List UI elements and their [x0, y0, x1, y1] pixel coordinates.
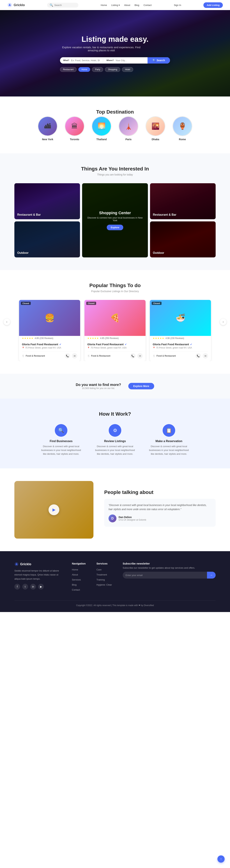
- how-step-3: 📋 Make a Reservation Discover & connect …: [147, 424, 190, 456]
- status-badge-3: Closed: [152, 302, 161, 305]
- destinations-title: Top Destination: [14, 109, 216, 115]
- twitter-icon[interactable]: t: [22, 584, 28, 590]
- step-1-title: Find Businesses: [49, 440, 72, 443]
- testimonial-box: "Discover & connect with great local bus…: [104, 499, 216, 527]
- footer-service-care[interactable]: Care: [97, 568, 102, 571]
- tag-party[interactable]: Party: [92, 67, 103, 72]
- testimonial-content: People talking about "Discover & connect…: [104, 490, 216, 530]
- what-input[interactable]: [71, 59, 100, 62]
- thing-card-outdoor-1[interactable]: Outdoor: [14, 221, 80, 257]
- nav-home[interactable]: Home: [101, 4, 107, 6]
- search-button[interactable]: 🔍 Search: [148, 57, 170, 64]
- footer-logo: Gricklo: [14, 562, 61, 566]
- destination-paris[interactable]: 🗼 Paris: [119, 116, 138, 141]
- pin-icon-2: 📍: [87, 347, 90, 349]
- footer-description: Seddo eiusmod tempor inc didunt ut labor…: [14, 569, 61, 581]
- footer-nav-services[interactable]: Services: [72, 578, 81, 581]
- footer-service-treatment[interactable]: Treatment: [97, 573, 107, 576]
- nav-about[interactable]: About: [124, 4, 130, 6]
- message-button-3[interactable]: ✉: [203, 353, 208, 359]
- logo-icon: [7, 2, 12, 7]
- where-field: Where?: [103, 57, 147, 64]
- navbar-search-box[interactable]: 🔍: [47, 3, 78, 7]
- where-input[interactable]: [116, 59, 144, 62]
- tag-hotel[interactable]: Hotel: [122, 67, 133, 72]
- message-button-1[interactable]: ✉: [72, 353, 77, 359]
- destination-thailand[interactable]: 🌅 Thailand: [92, 116, 111, 141]
- nav-contact[interactable]: Contact: [144, 4, 152, 6]
- listing-info-3: Gloria Fast Food Restaurant ✔ 📍 75 Princ…: [150, 340, 211, 361]
- listing-category-3: 🍴 Food & Restaurant: [153, 354, 176, 357]
- thing-card-restaurant-bar-2[interactable]: Restaurant & Bar: [150, 183, 216, 219]
- footer-services: Services Care Treatment Training Hygiene…: [97, 562, 112, 593]
- interests-subtitle: Things you are looking for today: [14, 173, 216, 176]
- listing-address-2: 📍 75 Prince Street, green road NY, USA: [87, 346, 143, 349]
- destinations-section: Top Destination 🏙 New York 🏛 Toronto 🌅 T…: [0, 96, 230, 153]
- add-listing-button[interactable]: Add Listing: [203, 2, 223, 8]
- navbar: Gricklo 🔍 Home Listing ▾ About Blog Cont…: [0, 0, 230, 10]
- hero-title: Listing made easy.: [60, 35, 170, 43]
- pin-icon-1: 📍: [22, 347, 25, 349]
- destination-dhaka[interactable]: 🌇 Dhaka: [146, 116, 165, 141]
- destination-new-york[interactable]: 🏙 New York: [38, 116, 58, 141]
- listing-card-3[interactable]: Closed 🍜 ★★★★★ 4.96 (230 Reviews) Gloria…: [150, 300, 211, 361]
- thing-label-4: Outdoor: [17, 251, 29, 254]
- how-step-2: ⚙ Review Listings Discover & connect wit…: [93, 424, 137, 456]
- listing-footer-2: 🍴 Food & Restaurant 📞 ✉: [87, 351, 143, 359]
- how-cards: 🔍 Find Businesses Discover & connect wit…: [14, 424, 216, 456]
- footer-nav-about[interactable]: About: [72, 573, 78, 576]
- newsletter-title: Subscribe newsletter: [123, 562, 216, 565]
- logo[interactable]: Gricklo: [7, 2, 25, 7]
- youtube-icon[interactable]: ▶: [38, 584, 44, 590]
- interests-grid: Restaurant & Bar Shopping Center Discove…: [14, 183, 216, 257]
- footer-nav-blog[interactable]: Blog: [72, 583, 77, 586]
- nav-listing[interactable]: Listing ▾: [111, 4, 120, 6]
- footer-top: Gricklo Seddo eiusmod tempor inc didunt …: [14, 562, 216, 593]
- testimonial-video: ▶: [14, 481, 93, 538]
- play-button[interactable]: ▶: [48, 504, 59, 515]
- nav-blog[interactable]: Blog: [135, 4, 139, 6]
- tag-shopping[interactable]: Shopping: [105, 67, 120, 72]
- rating-3: 4.96 (230 Reviews): [165, 337, 184, 340]
- destination-toronto[interactable]: 🏛 Toronto: [65, 116, 84, 141]
- carousel-left-arrow[interactable]: ‹: [4, 319, 10, 325]
- rating-1: 4.85 (230 Reviews): [35, 337, 53, 340]
- message-button-2[interactable]: ✉: [137, 353, 143, 359]
- explore-button[interactable]: Explore: [107, 225, 123, 230]
- destination-rome[interactable]: 🏺 Rome: [172, 116, 192, 141]
- rating-2: 4.85 (250 Reviews): [100, 337, 119, 340]
- newsletter-submit-button[interactable]: →: [207, 572, 216, 579]
- tag-home[interactable]: Home: [78, 67, 90, 72]
- navbar-search-input[interactable]: [54, 4, 76, 6]
- linkedin-icon[interactable]: in: [30, 584, 36, 590]
- footer-service-hygiene[interactable]: Hygiene: Clear: [97, 583, 112, 586]
- popular-title: Popular Things To do: [11, 283, 219, 288]
- verified-icon-3: ✔: [190, 343, 192, 346]
- newsletter-form: →: [123, 572, 216, 579]
- thing-card-restaurant-bar-1[interactable]: Restaurant & Bar: [14, 183, 80, 219]
- listing-card-2[interactable]: Closed 🍕 ★★★★★ 4.85 (250 Reviews) Gloria…: [84, 300, 146, 361]
- footer-nav-contact[interactable]: Contact: [72, 588, 80, 591]
- find-businesses-icon: 🔍: [55, 424, 67, 437]
- interests-section: Things Are You Interested In Things you …: [0, 153, 230, 270]
- newsletter-email-input[interactable]: [123, 572, 207, 579]
- thing-card-outdoor-2[interactable]: Outdoor: [150, 221, 216, 257]
- explore-more-button[interactable]: Explore More: [128, 383, 154, 390]
- footer-service-training[interactable]: Training: [97, 578, 105, 581]
- author-avatar: D: [109, 515, 116, 522]
- signin-button[interactable]: Sign In: [174, 4, 181, 6]
- phone-button-1[interactable]: 📞: [65, 353, 70, 359]
- footer-social: f t in ▶: [14, 584, 61, 590]
- facebook-icon[interactable]: f: [14, 584, 20, 590]
- carousel-right-arrow[interactable]: ›: [220, 319, 226, 325]
- phone-button-2[interactable]: 📞: [130, 353, 136, 359]
- listing-actions-3: 📞 ✉: [195, 353, 208, 359]
- phone-button-3[interactable]: 📞: [195, 353, 201, 359]
- thing-card-shopping-center[interactable]: Shopping Center Discover & connect two y…: [82, 183, 148, 257]
- find-more-subtitle: 10,563 listing for you on our list.: [76, 387, 121, 390]
- tag-restaurant[interactable]: Restaurant: [60, 67, 77, 72]
- pin-icon-3: 📍: [153, 347, 155, 349]
- listing-card-1[interactable]: Closed 🍔 ★★★★★ 4.85 (230 Reviews) Gloria…: [19, 300, 80, 361]
- footer-nav-home[interactable]: Home: [72, 568, 78, 571]
- newsletter-desc: Subscribe our newsletter to get updates …: [123, 566, 216, 569]
